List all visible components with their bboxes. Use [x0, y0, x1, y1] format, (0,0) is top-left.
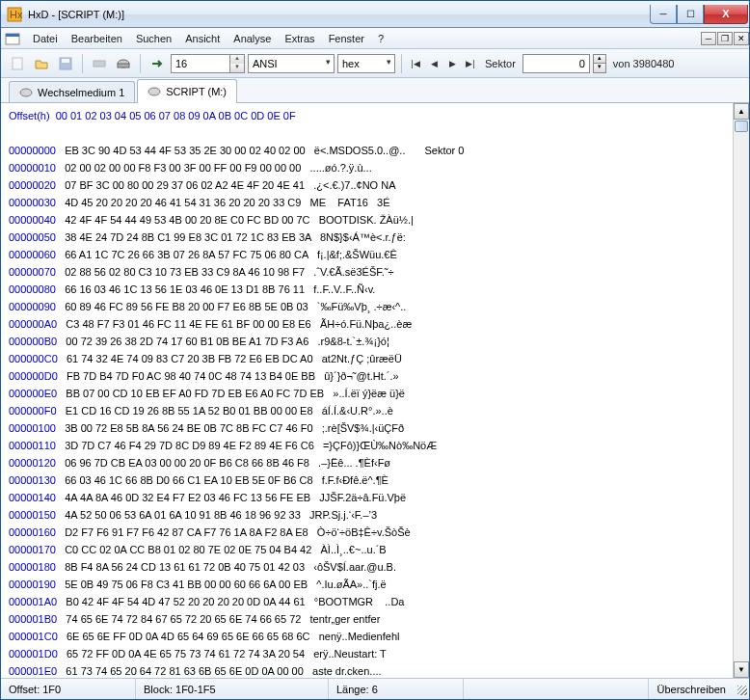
open-button[interactable]: [31, 53, 52, 74]
encoding-select[interactable]: ANSI: [248, 54, 335, 73]
menu-bearbeiten[interactable]: Bearbeiten: [65, 31, 129, 46]
hex-row[interactable]: 000000A0 C3 48 F7 F3 01 46 FC 11 4E FE 6…: [9, 315, 741, 333]
svg-rect-3: [6, 34, 19, 37]
close-button[interactable]: X: [704, 5, 748, 24]
menu-analyse[interactable]: Analyse: [227, 31, 278, 46]
hex-row[interactable]: 000000C0 61 74 32 4E 74 09 83 C7 20 3B F…: [9, 350, 741, 367]
new-button[interactable]: [7, 53, 28, 74]
svg-rect-4: [13, 58, 22, 69]
bytes-per-row-spinner[interactable]: ▲▼: [171, 54, 245, 73]
hex-row[interactable]: 000000D0 FB 7D B4 7D F0 AC 98 40 74 0C 4…: [9, 367, 741, 385]
save-button[interactable]: [55, 53, 76, 74]
base-select[interactable]: hex: [337, 54, 395, 73]
scroll-up-button[interactable]: ▲: [734, 103, 749, 120]
separator: [82, 54, 83, 73]
sector-input[interactable]: [522, 54, 590, 73]
hex-row[interactable]: 00000020 07 BF 3C 00 80 00 29 37 06 02 A…: [9, 176, 741, 194]
hex-row[interactable]: 000001B0 74 65 6E 74 72 84 67 65 72 20 6…: [9, 610, 741, 628]
hex-header: Offset(h) 00 01 02 03 04 05 06 07 08 09 …: [9, 107, 741, 124]
svg-rect-6: [62, 59, 69, 63]
disk-icon: [19, 86, 33, 99]
tab-script[interactable]: SCRIPT (M:): [137, 79, 237, 102]
scroll-down-button[interactable]: ▼: [734, 661, 749, 678]
hex-row[interactable]: 00000030 4D 45 20 20 20 20 46 41 54 31 3…: [9, 194, 741, 211]
sector-spin-up[interactable]: ▲: [593, 54, 606, 64]
mdi-restore-button[interactable]: ❐: [717, 32, 733, 45]
status-mode: Überschreiben: [649, 679, 734, 699]
status-spacer: [464, 679, 649, 699]
disk-button[interactable]: [113, 53, 134, 74]
hex-row[interactable]: 000001A0 B0 42 4F 4F 54 4D 47 52 20 20 2…: [9, 593, 741, 610]
minimize-button[interactable]: ─: [650, 5, 677, 24]
status-length: Länge: 6: [329, 679, 464, 699]
ram-button[interactable]: [89, 53, 110, 74]
last-sector-button[interactable]: ▶|: [463, 56, 478, 71]
menu-extras[interactable]: Extras: [278, 31, 321, 46]
sector-spin-down[interactable]: ▼: [593, 64, 606, 73]
menu-?[interactable]: ?: [371, 31, 390, 46]
hex-row[interactable]: 000000E0 BB 07 00 CD 10 EB EF A0 FD 7D E…: [9, 385, 741, 402]
hex-row[interactable]: 00000090 60 89 46 FC 89 56 FE B8 20 00 F…: [9, 298, 741, 315]
tab-wechselmedium[interactable]: Wechselmedium 1: [9, 81, 135, 102]
hex-row[interactable]: 00000170 C0 CC 02 0A CC B8 01 02 80 7E 0…: [9, 541, 741, 558]
menu-datei[interactable]: Datei: [26, 31, 65, 46]
tab-label: SCRIPT (M:): [166, 86, 227, 97]
hex-row[interactable]: 00000050 38 4E 24 7D 24 8B C1 99 E8 3C 0…: [9, 229, 741, 246]
vertical-scrollbar[interactable]: ▲ ▼: [733, 103, 749, 678]
mdi-close-button[interactable]: ✕: [734, 32, 749, 45]
hex-row[interactable]: 00000060 66 A1 1C 7C 26 66 3B 07 26 8A 5…: [9, 246, 741, 263]
mdi-minimize-button[interactable]: ─: [701, 32, 716, 45]
tab-label: Wechselmedium 1: [38, 87, 124, 98]
next-sector-button[interactable]: ▶: [444, 56, 460, 71]
hex-row[interactable]: 000001E0 61 73 74 65 20 64 72 81 63 6B 6…: [9, 662, 741, 678]
prev-sector-button[interactable]: ◀: [426, 56, 442, 71]
mdi-child-icon: [5, 31, 20, 46]
hex-row[interactable]: 00000190 5E 0B 49 75 06 F8 C3 41 BB 00 0…: [9, 576, 741, 593]
separator: [401, 54, 402, 73]
status-block: Block: 1F0-1F5: [136, 679, 329, 699]
hex-row[interactable]: 00000180 8B F4 8A 56 24 CD 13 61 61 72 0…: [9, 558, 741, 576]
tab-bar: Wechselmedium 1 SCRIPT (M:): [1, 78, 749, 103]
goto-button[interactable]: [147, 53, 168, 74]
svg-rect-7: [94, 61, 105, 67]
hex-view[interactable]: Offset(h) 00 01 02 03 04 05 06 07 08 09 …: [1, 103, 749, 678]
resize-grip[interactable]: [734, 682, 749, 697]
hex-row[interactable]: 000001D0 65 72 FF 0D 0A 4E 65 75 73 74 6…: [9, 645, 741, 662]
hex-row[interactable]: 00000140 4A 4A 8A 46 0D 32 E4 F7 E2 03 4…: [9, 489, 741, 506]
hex-row[interactable]: 00000120 06 96 7D CB EA 03 00 00 20 0F B…: [9, 454, 741, 471]
hex-row[interactable]: 00000000 EB 3C 90 4D 53 44 4F 53 35 2E 3…: [9, 142, 741, 159]
disk-icon: [147, 85, 161, 98]
svg-text:Hx: Hx: [10, 9, 22, 20]
hex-row[interactable]: 00000110 3D 7D C7 46 F4 29 7D 8C D9 89 4…: [9, 437, 741, 454]
app-icon: Hx: [7, 7, 22, 22]
menu-fenster[interactable]: Fenster: [322, 31, 371, 46]
hex-row[interactable]: 00000070 02 88 56 02 80 C3 10 73 EB 33 C…: [9, 263, 741, 281]
menu-suchen[interactable]: Suchen: [129, 31, 178, 46]
bytes-per-row-input[interactable]: [172, 55, 229, 72]
hex-row[interactable]: 00000130 66 03 46 1C 66 8B D0 66 C1 EA 1…: [9, 471, 741, 489]
sector-marker: Sektor 0: [424, 145, 464, 156]
status-offset: Offset: 1F0: [1, 679, 136, 699]
spin-up[interactable]: ▲: [229, 55, 244, 64]
maximize-button[interactable]: ☐: [677, 5, 704, 24]
svg-point-10: [20, 89, 32, 96]
hex-row[interactable]: 00000010 02 00 02 00 00 F8 F3 00 3F 00 F…: [9, 159, 741, 176]
hex-row[interactable]: 00000160 D2 F7 F6 91 F7 F6 42 87 CA F7 7…: [9, 524, 741, 541]
toolbar: ▲▼ ANSI hex |◀ ◀ ▶ ▶| Sektor ▲▼ von 3980…: [1, 49, 749, 78]
hex-row[interactable]: 000000B0 00 72 39 26 38 2D 74 17 60 B1 0…: [9, 333, 741, 350]
hex-row[interactable]: 00000040 42 4F 4F 54 44 49 53 4B 00 20 8…: [9, 211, 741, 229]
titlebar[interactable]: Hx HxD - [SCRIPT (M:)] ─ ☐ X: [1, 1, 749, 28]
hex-row[interactable]: 000001C0 6E 65 6E FF 0D 0A 4D 65 64 69 6…: [9, 628, 741, 645]
hex-row[interactable]: 00000080 66 16 03 46 1C 13 56 1E 03 46 0…: [9, 281, 741, 298]
hex-row[interactable]: 00000150 4A 52 50 06 53 6A 01 6A 10 91 8…: [9, 506, 741, 524]
sector-label: Sektor: [485, 58, 516, 69]
hex-row[interactable]: 000000F0 E1 CD 16 CD 19 26 8B 55 1A 52 B…: [9, 402, 741, 419]
hex-row[interactable]: 00000100 3B 00 72 E8 5B 8A 56 24 BE 0B 7…: [9, 419, 741, 437]
svg-point-11: [148, 88, 160, 95]
window-title: HxD - [SCRIPT (M:)]: [28, 9, 650, 20]
menu-ansicht[interactable]: Ansicht: [178, 31, 227, 46]
svg-rect-9: [118, 64, 129, 67]
spin-down[interactable]: ▼: [229, 64, 244, 72]
scroll-thumb[interactable]: [735, 121, 748, 132]
first-sector-button[interactable]: |◀: [408, 56, 423, 71]
